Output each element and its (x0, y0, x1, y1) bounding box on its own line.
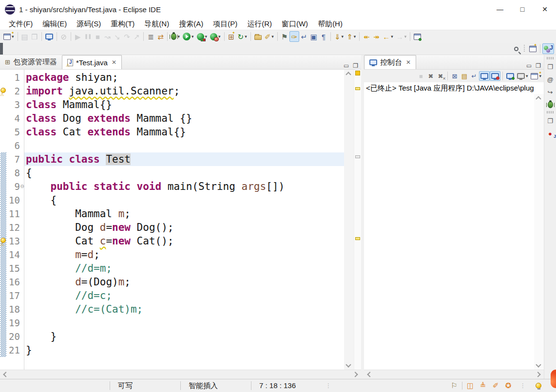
menu-item-W[interactable]: 窗口(W) (277, 19, 313, 29)
code-line[interactable]: m=d; (24, 248, 344, 261)
new-class-button[interactable]: ↻▾ (236, 31, 249, 42)
restore-views-button[interactable]: ❐ (545, 61, 555, 72)
pin-console-button[interactable] (505, 71, 516, 81)
notification-bulb-button[interactable] (534, 381, 543, 391)
code-line[interactable]: import java.util.Scanner; (24, 84, 344, 98)
code-line[interactable]: Dog d=new Dog(); (24, 221, 344, 234)
close-icon[interactable]: ✕ (112, 59, 116, 66)
warning-marker[interactable] (355, 237, 360, 240)
code-line[interactable] (24, 139, 344, 152)
junit-view-button[interactable]: ●J (545, 128, 555, 139)
step-into-button[interactable]: ↘ (112, 31, 122, 42)
line-number[interactable]: 18 (7, 304, 20, 315)
java-editor[interactable]: 1⚠23456789⊖101112⚠131415161718192021 pac… (0, 70, 361, 370)
link-editor-button[interactable]: ⊘ (59, 31, 69, 42)
dropdown-arrow-icon[interactable]: ▾ (245, 34, 247, 39)
menu-item-A[interactable]: 搜索(A) (174, 19, 208, 29)
scroll-right-icon[interactable] (352, 372, 358, 377)
forward-history-button[interactable]: →▾ (395, 31, 408, 42)
code-line[interactable]: Cat c=new Cat(); (24, 234, 344, 248)
code-line[interactable]: public static void main(String args[]) (24, 180, 344, 193)
line-number[interactable]: 15 (7, 263, 20, 274)
maximize-view-icon[interactable]: ❐ (536, 62, 541, 69)
mark-occurrences-button[interactable]: ✑ (289, 31, 299, 42)
remove-all-launches-button[interactable]: ✖✕ (436, 71, 445, 81)
menu-item-P[interactable]: 项目(P) (208, 19, 242, 29)
line-number[interactable]: 9 (7, 181, 20, 192)
save-button[interactable]: ▤ (20, 31, 30, 42)
menu-item-S[interactable]: 源码(S) (72, 19, 106, 29)
step-return-button[interactable]: ↗ (132, 31, 141, 42)
code-line[interactable]: //d=m; (24, 261, 344, 275)
javadoc-view-button[interactable]: @ (545, 74, 555, 85)
search-button[interactable]: ✐▾ (263, 31, 275, 42)
tab-test-java[interactable]: J⚠*Test.java✕ (62, 55, 122, 69)
line-number[interactable]: 4 (7, 113, 20, 124)
documentation-button[interactable]: ◫ (465, 381, 475, 391)
line-number[interactable]: 5 (7, 127, 20, 137)
code-line[interactable]: public class Test (24, 152, 344, 166)
menu-item-N[interactable]: 导航(N) (139, 19, 174, 29)
line-number[interactable]: 10 (7, 195, 20, 205)
line-number[interactable]: 17 (7, 290, 20, 301)
overview-status-icon[interactable] (355, 71, 360, 75)
overview-ruler[interactable] (354, 70, 361, 370)
code-line[interactable]: //d=c; (24, 289, 344, 302)
profile-button[interactable]: ▾ (209, 31, 222, 42)
skip-breakpoints-button[interactable]: ≣ (146, 31, 155, 42)
menu-item-E[interactable]: 编辑(E) (38, 19, 72, 29)
code-area[interactable]: package shiyan;import java.util.Scanner;… (24, 70, 344, 370)
tab-package-explorer[interactable]: ⊞包资源管理器 (0, 55, 62, 69)
close-icon[interactable]: ✕ (406, 59, 411, 66)
next-annotation-button[interactable]: ⇓▾ (333, 31, 345, 42)
fold-marker-icon[interactable]: ⊖ (20, 184, 24, 189)
line-number[interactable]: 16 (7, 277, 20, 287)
dropdown-arrow-icon[interactable]: ▾ (354, 34, 356, 39)
new-java-project-button[interactable]: ⊞✦ (227, 31, 236, 42)
line-number[interactable]: 8 (7, 168, 20, 178)
line-number[interactable]: 11 (7, 208, 20, 219)
community-button[interactable]: ✪ (503, 381, 513, 391)
maximize-view-icon[interactable]: ❐ (353, 62, 358, 69)
step-over-button[interactable]: ↷ (122, 31, 132, 42)
console-terminate-button[interactable]: ■ (416, 71, 426, 81)
terminate-button[interactable]: ■ (93, 31, 102, 42)
console-vertical-scrollbar[interactable] (534, 94, 544, 370)
open-perspective-button[interactable]: ✦ (528, 43, 538, 54)
close-button[interactable]: ✕ (534, 0, 556, 19)
step-filters-button[interactable]: ⇄ (155, 31, 165, 42)
menu-item-R[interactable]: 运行(R) (242, 19, 277, 29)
display-console-button[interactable]: ▾ (516, 71, 530, 81)
scroll-down-icon[interactable] (345, 362, 351, 367)
dropdown-arrow-icon[interactable]: ▾ (404, 34, 407, 39)
code-line[interactable]: } (24, 330, 344, 343)
disconnect-button[interactable]: ↝ (102, 31, 112, 42)
remove-launch-button[interactable]: ✖ (426, 71, 436, 81)
code-line[interactable]: { (24, 166, 344, 180)
minimize-view-icon[interactable]: ▭ (344, 62, 349, 69)
scroll-down-icon[interactable] (536, 362, 541, 367)
clear-console-button[interactable]: ⊠ (450, 71, 460, 81)
minimize-view-icon[interactable]: ▭ (526, 62, 532, 69)
editor-vertical-scrollbar[interactable] (344, 70, 354, 370)
resume-button[interactable]: ▶ (73, 31, 83, 42)
line-number[interactable]: 14 (7, 249, 20, 260)
dropdown-arrow-icon[interactable]: ▾ (391, 34, 393, 39)
line-number[interactable]: 13 (7, 236, 20, 246)
restore-views-button-2[interactable]: ❐ (545, 115, 555, 126)
debug-view-button[interactable] (545, 99, 555, 110)
code-line[interactable]: { (24, 193, 344, 207)
java-perspective-button[interactable]: J (542, 43, 554, 54)
line-number[interactable]: 1 (7, 72, 20, 83)
line-number[interactable]: 12 (7, 222, 20, 233)
code-line[interactable]: class Mammal{} (24, 98, 344, 112)
show-stdout-button[interactable] (479, 71, 490, 81)
show-stderr-button[interactable] (490, 71, 500, 81)
last-edit-forward-button[interactable]: ↠ (371, 31, 381, 42)
show-selected-element-button[interactable]: ▣ (309, 31, 319, 42)
line-number[interactable]: 3 (7, 99, 20, 110)
minimize-button[interactable]: — (489, 0, 511, 19)
save-all-button[interactable]: ❒ (30, 31, 39, 42)
line-number[interactable]: 6 (7, 140, 20, 151)
whats-new-button[interactable]: ⚐ (449, 381, 459, 391)
